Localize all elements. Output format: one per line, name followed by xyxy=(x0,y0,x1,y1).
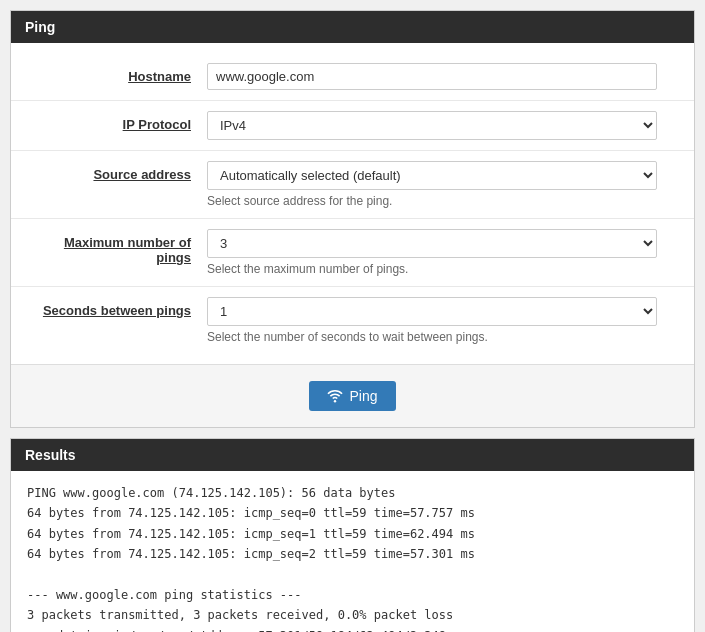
source-address-label: Source address xyxy=(27,161,207,182)
max-pings-label: Maximum number of pings xyxy=(27,229,207,265)
max-pings-control: 1 2 3 4 5 Select the maximum number of p… xyxy=(207,229,678,276)
seconds-control: 1 2 3 4 5 Select the number of seconds t… xyxy=(207,297,678,344)
ping-button-label: Ping xyxy=(349,388,377,404)
source-address-control: Automatically selected (default) Select … xyxy=(207,161,678,208)
source-address-select[interactable]: Automatically selected (default) xyxy=(207,161,657,190)
hostname-label: Hostname xyxy=(27,63,207,84)
seconds-label: Seconds between pings xyxy=(27,297,207,318)
max-pings-select[interactable]: 1 2 3 4 5 xyxy=(207,229,657,258)
source-address-help: Select source address for the ping. xyxy=(207,194,678,208)
ping-form-body: Hostname IP Protocol IPv4 IPv6 Source ad… xyxy=(11,43,694,364)
seconds-select[interactable]: 1 2 3 4 5 xyxy=(207,297,657,326)
ip-protocol-label: IP Protocol xyxy=(27,111,207,132)
max-pings-row: Maximum number of pings 1 2 3 4 5 Select… xyxy=(11,219,694,287)
hostname-control xyxy=(207,63,678,90)
ip-protocol-control: IPv4 IPv6 xyxy=(207,111,678,140)
results-panel: Results PING www.google.com (74.125.142.… xyxy=(10,438,695,632)
seconds-help: Select the number of seconds to wait bet… xyxy=(207,330,678,344)
button-row: Ping xyxy=(11,364,694,427)
ip-protocol-select[interactable]: IPv4 IPv6 xyxy=(207,111,657,140)
results-title: Results xyxy=(25,447,76,463)
ping-title: Ping xyxy=(25,19,55,35)
max-pings-help: Select the maximum number of pings. xyxy=(207,262,678,276)
source-address-row: Source address Automatically selected (d… xyxy=(11,151,694,219)
seconds-row: Seconds between pings 1 2 3 4 5 Select t… xyxy=(11,287,694,354)
ip-protocol-row: IP Protocol IPv4 IPv6 xyxy=(11,101,694,151)
results-header: Results xyxy=(11,439,694,471)
results-output: PING www.google.com (74.125.142.105): 56… xyxy=(11,471,694,632)
hostname-input[interactable] xyxy=(207,63,657,90)
ping-button[interactable]: Ping xyxy=(309,381,395,411)
hostname-row: Hostname xyxy=(11,53,694,101)
ping-panel: Ping Hostname IP Protocol IPv4 IPv6 Sour… xyxy=(10,10,695,428)
ping-panel-header: Ping xyxy=(11,11,694,43)
wifi-icon xyxy=(327,388,343,404)
